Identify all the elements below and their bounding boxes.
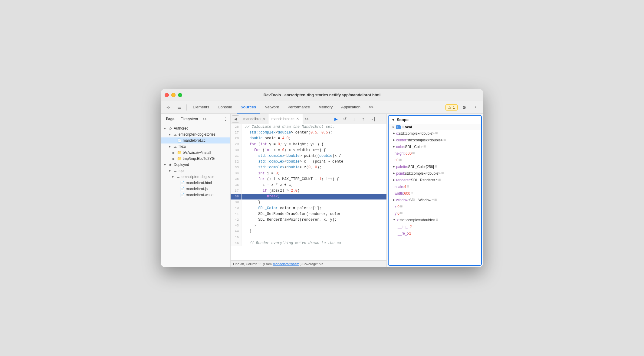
settings-icon[interactable]: ⚙ [459,103,469,112]
scope-item-center[interactable]: ▶ center: std::complex<double> ⊞ [389,137,481,143]
tree-arrow-tmp: ▶ [172,157,177,160]
tree-section-authored[interactable]: ▼ ◇ Authored [161,125,230,131]
scope-icon-width: ⊞ [411,191,413,195]
scope-item-x: x: 0 ⊞ [389,203,481,210]
sidebar-tab-filesystem[interactable]: Filesystem [178,116,200,122]
scope-val-point: std::complex<double> [405,171,440,176]
maximize-button[interactable] [178,93,182,97]
scope-item-re: __re_: -2 [389,230,481,237]
tree-item-bswir[interactable]: ▶ 📁 b/s/w/ir/x/w/install [161,150,230,156]
line-num-31: 31 [231,153,242,159]
code-line-35: 35 for (; i < MAX_ITER_COUNT - 1; i++) { [231,176,386,182]
tree-arrow-bswir: ▶ [172,151,177,154]
scope-collapse-arrow[interactable]: ▼ [392,118,395,122]
code-content-38: break; [242,194,386,199]
tree-label-bswir: b/s/w/ir/x/w/install [183,150,211,155]
sidebar-tab-page[interactable]: Page [163,116,177,122]
tree-item-mandelbrot-wasm[interactable]: 📄 mandelbrot.wasm [161,192,230,198]
code-line-41: 41 SDL_SetRenderDrawColor(renderer, colo… [231,211,386,217]
line-num-35: 35 [231,176,242,182]
step-over-icon[interactable]: ↺ [341,115,349,123]
collapse-sidebar-button[interactable]: ◀ [232,115,239,123]
step-icon[interactable]: →| [368,115,376,123]
tab-memory[interactable]: Memory [315,101,336,114]
scope-key-renderer: renderer: [396,177,411,183]
scope-item-height: height: 600 ⊞ [389,150,481,157]
scope-arrow-z: ▼ [393,218,396,222]
tree-item-tmp[interactable]: ▶ 📁 tmp/tmp.ELcTq2YG [161,156,230,162]
code-content-33: std::complex<double> z(0, 0); [242,165,386,170]
deactivate-breakpoints-icon[interactable]: ⬚ [377,115,385,123]
scope-icon-window: ⊞ [434,197,437,202]
tree-section-deployed[interactable]: ▼ ◈ Deployed [161,162,230,168]
more-options-icon[interactable]: ⋮ [471,103,481,112]
scope-item-c[interactable]: ▶ c: std::complex<double> ⊞ [389,130,481,137]
file-tab-mandelbrot-cc[interactable]: mandelbrot.cc ✕ [268,114,303,124]
device-tool-icon[interactable]: ▭ [174,103,184,112]
scope-item-window[interactable]: ▶ window: SDL_Window * ⊞ [389,197,481,203]
code-line-28: 28 double scale = 4.0; [231,136,386,141]
scope-val-im: -2 [409,224,412,229]
scope-key-color: color: [396,144,405,150]
folder-icon-tmp: 📁 [177,156,182,161]
tree-label-tmp: tmp/tmp.ELcTq2YG [183,157,215,161]
scope-item-z[interactable]: ▼ z: std::complex<double> ⊞ [389,217,481,223]
line-num-46: 46 [231,240,242,246]
cloud-icon-emscripten: ☁ [172,132,177,137]
code-line-43: 43 } [231,223,386,229]
scope-icon-y: ⊞ [400,211,402,215]
code-line-44: 44 } [231,229,386,234]
scope-item-renderer[interactable]: ▶ renderer: SDL_Renderer * ⊞ [389,177,481,183]
tree-item-mandelbrot-js[interactable]: 📄 mandelbrot.js [161,186,230,192]
code-editor[interactable]: 26 // Calculate and draw the Mandelbrot … [231,124,386,260]
scope-item-palette[interactable]: ▶ palette: SDL_Color[256] ⊞ [389,163,481,170]
scope-val-re: -2 [408,231,411,236]
code-content-46: // Render everything we've drawn to the … [242,240,386,246]
step-out-icon[interactable]: ↑ [359,115,367,123]
step-into-icon[interactable]: ↓ [350,115,358,123]
tree-item-emscripten-cloud[interactable]: ▼ ☁ emscripten-dbg-stories [161,131,230,137]
scope-item-im: __im_: -2 [389,223,481,230]
tree-item-top[interactable]: ▼ ☁ top [161,168,230,174]
tab-application[interactable]: Application [337,101,364,114]
file-tabs-more[interactable]: >> [303,117,310,121]
close-tab-cc[interactable]: ✕ [295,117,300,121]
scope-icon-c: ⊞ [435,131,438,135]
scope-panel: ▼ Scope ▼ L Local ▶ c: std::complex<doub… [388,115,482,266]
cursor-tool-icon[interactable]: ⊹ [163,103,173,112]
sidebar-tabs-more[interactable]: >> [202,117,208,121]
minimize-button[interactable] [171,93,176,97]
line-num-40: 40 [231,206,242,211]
file-tab-mandelbrot-js[interactable]: mandelbrot.js [240,114,268,124]
status-wasm-link[interactable]: mandelbrot.wasm [273,262,299,266]
scope-item-y: y: 0 ⊞ [389,210,481,217]
line-num-33: 33 [231,165,242,170]
scope-local-badge: L [396,125,401,129]
code-content-30: for (int x = 0; x < width; x++) { [242,147,386,153]
tree-item-emscripten-deployed[interactable]: ▼ ☁ emscripten-dbg-stor [161,174,230,180]
warning-badge[interactable]: ⚠ 1 [445,104,458,110]
code-line-37: 37 if (abs(z) > 2.0) [231,188,386,194]
tab-sources[interactable]: Sources [237,101,260,114]
close-button[interactable] [165,93,169,97]
tree-item-mandelbrot-cc[interactable]: 📄 mandelbrot.cc [161,137,230,143]
scope-item-point[interactable]: ▶ point: std::complex<double> ⊞ [389,170,481,177]
tree-label-emscripten: emscripten-dbg-stories [179,132,215,137]
tab-elements[interactable]: Elements [189,101,213,114]
scope-local-header[interactable]: ▼ L Local [389,124,481,130]
sidebar-menu-icon[interactable]: ⋮ [223,116,228,122]
tab-performance[interactable]: Performance [284,101,314,114]
scope-key-im: __im_: [398,224,409,229]
folder-icon-bswir: 📁 [177,150,182,155]
tab-more[interactable]: >> [365,101,377,114]
code-content-36: z = z * z + c; [242,182,386,188]
tree-item-mandelbrot-html[interactable]: 📄 mandelbrot.html [161,180,230,186]
tree-item-file-cloud[interactable]: ▼ ☁ file:// [161,143,230,150]
cloud-icon-top: ☁ [172,168,177,173]
tab-console[interactable]: Console [214,101,236,114]
scope-item-color[interactable]: ▶ color: SDL_Color ⊞ [389,143,481,150]
tree-arrow-emscripten-deployed: ▼ [171,175,176,179]
tab-network[interactable]: Network [261,101,283,114]
pause-resume-icon[interactable]: ▶ [332,115,340,123]
code-area: ◀ mandelbrot.js mandelbrot.cc ✕ >> ▶ ↺ ↓… [231,114,387,267]
